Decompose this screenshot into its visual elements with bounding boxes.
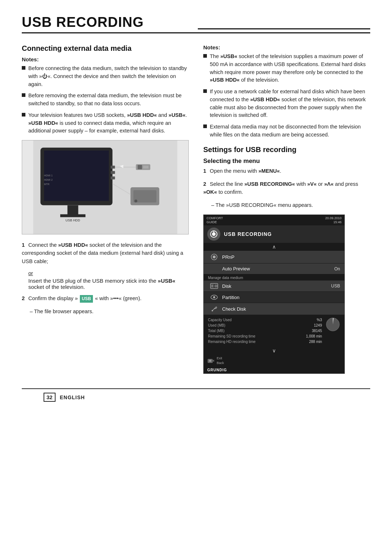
- or-label: or: [28, 270, 189, 276]
- svg-rect-26: [211, 285, 213, 287]
- ui-bottom-bar: Exit Back: [204, 355, 344, 367]
- language-label: ENGLISH: [60, 394, 85, 400]
- bullet-icon: [22, 113, 25, 116]
- svg-marker-35: [213, 360, 214, 362]
- manage-data-medium-label: Manage data medium: [204, 274, 344, 281]
- menu-item-auto-preview[interactable]: Auto Preview On: [204, 263, 344, 274]
- capacity-used-row: Capacity Used %3: [208, 317, 322, 323]
- right-notes-list: The »USB« socket of the television suppl…: [203, 53, 370, 139]
- svg-rect-7: [111, 176, 115, 179]
- ui-screenshot: COMFORT GUIDE 20.09.2010 15:46 USB: [203, 214, 345, 374]
- usb-badge: USB: [80, 295, 93, 303]
- tv-diagram-image: USB HDD HDMI 1 HDMI 2 MTR: [22, 140, 189, 234]
- settings-step-1: 1 Open the menu with »MENU«.: [203, 167, 370, 175]
- bullet-icon: [203, 89, 207, 93]
- comfort-guide-label: COMFORT GUIDE: [207, 216, 223, 225]
- selecting-menu-heading: Selecting the menu: [203, 158, 370, 165]
- svg-text:HDMI 1: HDMI 1: [44, 174, 53, 177]
- bullet-icon: [203, 124, 207, 128]
- left-notes-list: Before connecting the data medium, switc…: [22, 65, 189, 135]
- menu-item-prnp[interactable]: PRnP: [204, 251, 344, 263]
- svg-rect-6: [111, 171, 115, 174]
- svg-rect-5: [111, 165, 115, 168]
- step-2: 2 Confirm the display » USB « with »•••«…: [22, 294, 189, 303]
- ui-menu-title: USB RECORDING: [224, 231, 272, 237]
- ui-top-bar: COMFORT GUIDE 20.09.2010 15:46: [204, 215, 344, 225]
- step-1-or: Insert the USB plug of the USB memory st…: [22, 278, 189, 290]
- chevron-down-icon: ∨: [204, 347, 344, 355]
- check-disk-label: Check Disk: [222, 306, 246, 312]
- hd-recording-value: 288 min: [309, 340, 322, 344]
- menu-item-partition[interactable]: Partition: [204, 292, 344, 303]
- settings-heading: Settings for USB recording: [203, 146, 370, 154]
- brand-label: GRUNDIG: [204, 367, 344, 373]
- total-mb-row: Total (MB) 38145: [208, 328, 322, 334]
- ui-header: USB RECORDING: [204, 225, 344, 243]
- page-number: 32: [44, 393, 56, 402]
- hd-recording-label: Remaining HD recording time: [208, 340, 256, 344]
- svg-point-36: [209, 360, 211, 362]
- step-1: 1 Connect the »USB HDD« socket of the te…: [22, 241, 189, 265]
- section-heading-connecting: Connecting external data media: [22, 44, 189, 53]
- used-mb-label: Used (MB): [208, 323, 225, 327]
- capacity-used-value: %3: [317, 318, 322, 322]
- svg-point-28: [216, 286, 216, 286]
- camera-icon: [207, 358, 215, 364]
- settings-section: Settings for USB recording Selecting the…: [203, 146, 370, 374]
- exit-label: Exit: [217, 356, 224, 361]
- total-mb-value: 38145: [312, 329, 322, 333]
- notes-label-left: Notes:: [22, 56, 189, 62]
- settings-step-2-dash: The »USB RECORDING« menu appears.: [203, 201, 370, 209]
- auto-preview-label: Auto Preview: [222, 266, 250, 271]
- list-item: External data media may not be disconnec…: [203, 123, 370, 139]
- svg-text:MTR: MTR: [44, 183, 49, 185]
- list-item: The »USB« socket of the television suppl…: [203, 53, 370, 84]
- sd-recording-row: Remaining SD recording time 1,008 min: [208, 334, 322, 339]
- list-item: If you use a network cable for external …: [203, 88, 370, 119]
- bullet-icon: [22, 66, 25, 70]
- sd-recording-label: Remaining SD recording time: [208, 334, 256, 338]
- settings-step-2: 2 Select the line »USB RECORDING« with »…: [203, 180, 370, 196]
- capacity-used-label: Capacity Used: [208, 318, 232, 322]
- svg-point-30: [213, 296, 215, 298]
- recording-icon: [207, 228, 220, 241]
- list-item: Before connecting the data medium, switc…: [22, 65, 189, 88]
- ui-stats-section: Capacity Used %3 Used (MB) 1249 Total (M…: [204, 315, 344, 347]
- menu-item-disk[interactable]: Disk USB: [204, 281, 344, 291]
- datetime-label: 20.09.2010 15:46: [325, 216, 342, 225]
- bullet-icon: [203, 54, 207, 58]
- svg-point-22: [212, 232, 216, 236]
- step-2-dash: The file browser appears.: [22, 308, 189, 316]
- prnp-label: PRnP: [222, 254, 234, 260]
- back-label: Back: [217, 361, 224, 365]
- menu-item-check-disk[interactable]: Check Disk: [204, 303, 344, 315]
- used-mb-value: 1249: [314, 323, 322, 327]
- svg-rect-2: [44, 151, 109, 201]
- partition-label: Partition: [222, 295, 240, 300]
- sd-recording-value: 1,008 min: [306, 334, 322, 338]
- capacity-pie-chart: [326, 317, 340, 344]
- svg-text:USB HDD: USB HDD: [66, 218, 81, 222]
- svg-rect-11: [143, 165, 148, 168]
- list-item: Your television features two USB sockets…: [22, 111, 189, 135]
- used-mb-row: Used (MB) 1249: [208, 323, 322, 328]
- disk-value: USB: [331, 283, 340, 289]
- hd-recording-row: Remaining HD recording time 288 min: [208, 339, 322, 344]
- svg-rect-10: [138, 165, 142, 169]
- disk-label: Disk: [222, 283, 231, 289]
- page-title: USB RECORDING: [22, 15, 370, 33]
- svg-point-31: [212, 310, 213, 311]
- left-column: Connecting external data media Notes: Be…: [22, 44, 189, 374]
- svg-point-24: [213, 255, 216, 258]
- auto-preview-value: On: [334, 266, 340, 271]
- svg-point-14: [134, 200, 137, 203]
- svg-rect-4: [60, 214, 85, 217]
- list-item: Before removing the external data medium…: [22, 92, 189, 108]
- bullet-icon: [22, 93, 25, 97]
- svg-text:HDMI 2: HDMI 2: [44, 179, 53, 181]
- notes-label-right: Notes:: [203, 44, 370, 50]
- right-column: Notes: The »USB« socket of the televisio…: [203, 44, 370, 374]
- footer: 32 ENGLISH: [22, 388, 370, 405]
- total-mb-label: Total (MB): [208, 329, 225, 333]
- chevron-up-icon: ∧: [204, 243, 344, 251]
